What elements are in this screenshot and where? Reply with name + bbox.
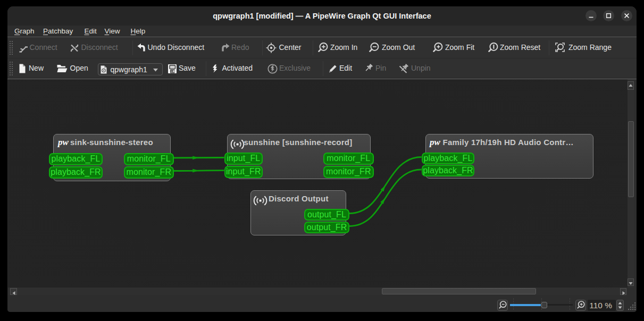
svg-text:pw: pw — [429, 137, 441, 147]
svg-text:pw: pw — [57, 137, 69, 147]
